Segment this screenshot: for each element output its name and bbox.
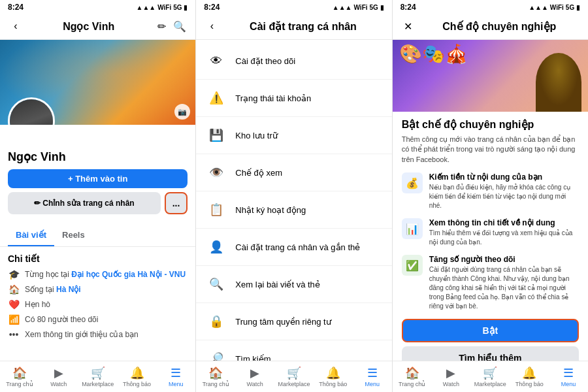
profile-tabs: Bài viết Reels [0, 225, 195, 247]
bottom-nav-watch-label-1: Watch [50, 381, 67, 387]
bat-button[interactable]: Bật [402, 319, 579, 342]
pro-feature-followers: ✅ Tăng số người theo dõi Cài đặt người d… [402, 255, 579, 311]
pro-content: Bật chế độ chuyên nghiệp Thêm công cụ mớ… [393, 112, 588, 361]
settings-item-status[interactable]: ⚠️ Trạng thái tài khoản [196, 80, 391, 117]
search-icon-1[interactable]: 🔍 [171, 17, 189, 35]
time-3: 8:24 [400, 3, 416, 12]
bottom-nav-menu-1[interactable]: ☰Menu [156, 364, 195, 389]
bottom-nav-1: 🏠Trang chủ ▶Watch 🛒Marketplace 🔔Thông bá… [0, 361, 195, 392]
education-icon: 🎓 [8, 269, 20, 280]
followers-title: Tăng số người theo dõi [429, 255, 579, 264]
profile-name: Ngọc Vinh [8, 150, 188, 164]
edit-profile-button[interactable]: ✏ Chỉnh sửa trang cá nhân [8, 192, 161, 214]
insights-icon: 📊 [402, 218, 423, 239]
bottom-nav-notifications-label-3: Thông báo [515, 381, 544, 387]
bottom-nav-home-1[interactable]: 🏠Trang chủ [0, 364, 39, 389]
earn-icon: 💰 [402, 172, 423, 193]
profile-info: Ngọc Vinh + Thêm vào tin ✏ Chỉnh sửa tra… [0, 125, 195, 225]
settings-item-profile[interactable]: 👤 Cài đặt trang cá nhân và gắn thẻ [196, 229, 391, 266]
nav-title-1: Ngọc Vinh [25, 20, 152, 33]
bottom-nav-marketplace-3[interactable]: 🛒Marketplace [470, 364, 510, 389]
action-buttons-row: ✏ Chỉnh sửa trang cá nhân ... [8, 192, 188, 214]
settings-item-search[interactable]: 🔎 Tìm kiếm [196, 340, 391, 361]
close-button-3[interactable]: ✕ [399, 17, 417, 35]
add-to-story-button[interactable]: + Thêm vào tin [8, 169, 188, 188]
detail-education-text: Từng học tại Đại học Quốc gia Hà Nội - V… [25, 270, 186, 279]
bottom-nav-notifications-1[interactable]: 🔔Thông báo [118, 364, 157, 389]
cover-person [536, 53, 581, 112]
bat-button-wrap: Bật [402, 319, 579, 342]
more-button[interactable]: ... [165, 192, 188, 214]
back-button-1[interactable]: ‹ [7, 17, 25, 35]
status-icons-3: ▲▲▲ WiFi 5G ▮ [529, 4, 580, 11]
settings-label-privacy: Trung tâm quyền riêng tư [235, 317, 382, 327]
detail-relationship: ❤️ Hẹn hò [8, 299, 188, 310]
detail-location-text: Sống tại Hà Nội [25, 285, 81, 294]
bottom-nav-marketplace-1[interactable]: 🛒Marketplace [78, 364, 118, 389]
insights-desc: Tìm hiểu thêm về đối tượng và xem hiệu q… [429, 229, 579, 247]
lock-icon: 🔒 [205, 310, 227, 333]
settings-label-status: Trạng thái tài khoản [235, 93, 382, 103]
nav-bar-1: ‹ Ngọc Vinh ✏ 🔍 [0, 14, 195, 40]
archive-icon: 💾 [205, 124, 227, 146]
settings-item-review[interactable]: 🔍 Xem lại bài viết và thẻ [196, 266, 391, 303]
settings-item-viewmode[interactable]: 👁️ Chế độ xem [196, 154, 391, 191]
time-1: 8:24 [8, 3, 24, 12]
back-button-2[interactable]: ‹ [203, 17, 221, 35]
pro-feature-followers-text: Tăng số người theo dõi Cài đặt người dùn… [429, 255, 579, 311]
pro-feature-insights-text: Xem thông tin chi tiết về nội dung Tìm h… [429, 218, 579, 247]
followers-icon: 📶 [8, 314, 20, 325]
detail-followers: 📶 Có 80 người theo dõi [8, 314, 188, 325]
bottom-nav-watch-label-2: Watch [247, 381, 263, 387]
nav-bar-2: ‹ Cài đặt trang cá nhân [196, 14, 391, 40]
review-icon: 🔍 [205, 273, 227, 295]
settings-label-viewmode: Chế độ xem [235, 168, 382, 178]
bottom-nav-marketplace-2[interactable]: 🛒Marketplace [274, 364, 314, 389]
wifi-icon-3: WiFi [550, 4, 564, 11]
pro-main-title: Bật chế độ chuyên nghiệp [402, 118, 579, 131]
battery-icon-3: 5G ▮ [566, 4, 580, 11]
bottom-nav-menu-3[interactable]: ☰Menu [549, 364, 588, 389]
signal-icon: ▲▲▲ [136, 4, 155, 11]
dots-icon: ••• [8, 329, 20, 340]
detail-location: 🏠 Sống tại Hà Nội [8, 284, 188, 295]
pro-feature-earn: 💰 Kiếm tiền từ nội dung của bạn Nếu bạn … [402, 172, 579, 210]
bottom-nav-menu-2[interactable]: ☰Menu [353, 364, 392, 389]
battery-icon: 5G ▮ [173, 4, 188, 11]
tab-posts[interactable]: Bài viết [8, 225, 54, 246]
settings-item-archive[interactable]: 💾 Kho lưu trữ [196, 117, 391, 154]
bottom-nav-home-3[interactable]: 🏠Trang chủ [393, 364, 432, 389]
tab-reels[interactable]: Reels [54, 225, 93, 246]
bottom-nav-watch-2[interactable]: ▶Watch [235, 364, 274, 389]
signal-icon-2: ▲▲▲ [333, 4, 352, 11]
bottom-nav-watch-1[interactable]: ▶Watch [39, 364, 78, 389]
activity-icon: 📋 [205, 199, 227, 221]
edit-icon-1[interactable]: ✏ [152, 17, 171, 35]
bottom-nav-notifications-2[interactable]: 🔔Thông báo [314, 364, 353, 389]
nav-title-3: Chế độ chuyên nghiệp [417, 20, 581, 33]
settings-item-privacy[interactable]: 🔒 Trung tâm quyền riêng tư [196, 303, 391, 340]
profile-avatar[interactable] [8, 97, 55, 125]
battery-icon-2: 5G ▮ [370, 4, 384, 11]
cover-decor: 🎨🎭🎪 [399, 43, 468, 65]
tim-hieu-button[interactable]: Tìm hiểu thêm [402, 346, 579, 361]
panel-profile: 8:24 ▲▲▲ WiFi 5G ▮ ‹ Ngọc Vinh ✏ 🔍 📷 📷 N… [0, 0, 196, 392]
pro-cover: 🎨🎭🎪 [393, 40, 588, 112]
earn-desc: Nếu bạn đủ điều kiện, hãy mở khóa các cô… [429, 183, 579, 210]
followers-check-icon: ✅ [402, 255, 423, 276]
settings-item-activity[interactable]: 📋 Nhật ký hoạt động [196, 191, 391, 229]
status-icons-2: ▲▲▲ WiFi 5G ▮ [333, 4, 384, 11]
detail-education: 🎓 Từng học tại Đại học Quốc gia Hà Nội -… [8, 269, 188, 280]
settings-label-review: Xem lại bài viết và thẻ [235, 280, 382, 289]
insights-title: Xem thông tin chi tiết về nội dung [429, 218, 579, 227]
status-bar-3: 8:24 ▲▲▲ WiFi 5G ▮ [393, 0, 588, 14]
detail-intro[interactable]: ••• Xem thông tin giới thiệu của bạn [8, 329, 188, 340]
bottom-nav-notifications-3[interactable]: 🔔Thông báo [510, 364, 549, 389]
bottom-nav-marketplace-label-3: Marketplace [474, 381, 506, 387]
settings-item-follow[interactable]: 👁 Cài đặt theo dõi [196, 42, 391, 80]
bottom-nav-watch-3[interactable]: ▶Watch [432, 364, 471, 389]
settings-label-follow: Cài đặt theo dõi [235, 56, 382, 66]
bottom-nav-home-2[interactable]: 🏠Trang chủ [196, 364, 235, 389]
bottom-nav-notifications-label-2: Thông báo [319, 381, 347, 387]
follow-icon: 👁 [205, 50, 227, 72]
